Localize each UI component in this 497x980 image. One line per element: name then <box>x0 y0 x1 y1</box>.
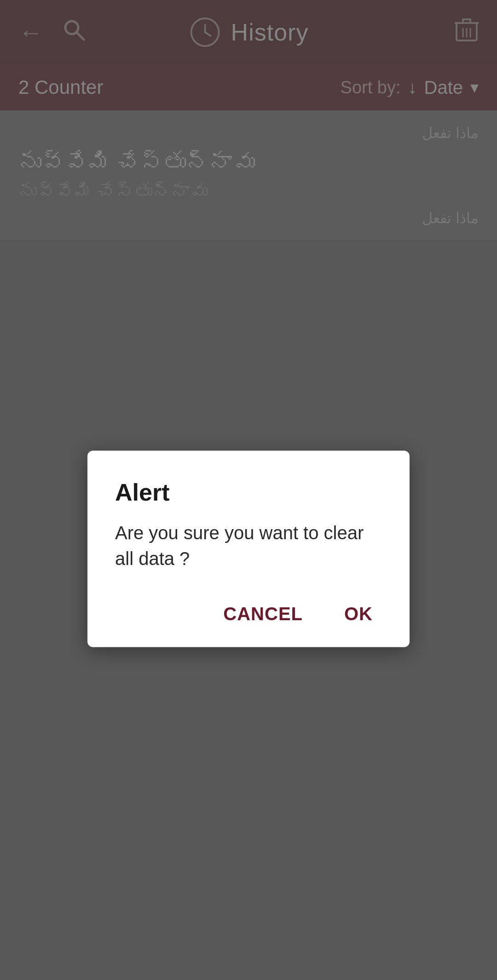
cancel-button[interactable]: CANCEL <box>214 599 312 629</box>
ok-button[interactable]: OK <box>335 599 382 629</box>
alert-dialog: Alert Are you sure you want to clear all… <box>87 451 410 647</box>
alert-buttons: CANCEL OK <box>115 599 382 629</box>
alert-message: Are you sure you want to clear all data … <box>115 520 382 571</box>
alert-title: Alert <box>115 478 382 506</box>
dialog-overlay: Alert Are you sure you want to clear all… <box>0 0 497 980</box>
